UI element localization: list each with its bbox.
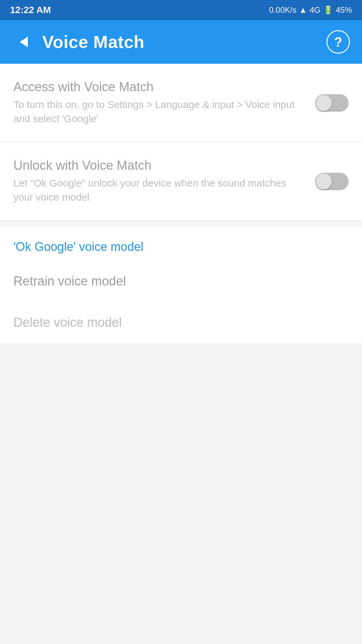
unlock-voice-match-text: Unlock with Voice Match Let "Ok Google" …: [13, 158, 315, 204]
access-voice-match-text: Access with Voice Match To turn this on,…: [13, 80, 315, 126]
voice-model-header: 'Ok Google' voice model: [0, 226, 362, 261]
unlock-toggle-track[interactable]: [315, 173, 349, 190]
access-voice-match-title: Access with Voice Match: [13, 80, 302, 94]
delete-voice-model-item[interactable]: Delete voice model: [0, 302, 362, 343]
voice-model-header-text: 'Ok Google' voice model: [13, 240, 143, 254]
status-time: 12:22 AM: [10, 5, 51, 15]
access-voice-match-desc: To turn this on, go to Settings > Langua…: [13, 98, 302, 126]
network-speed: 0.00K/s: [269, 5, 296, 15]
content: Access with Voice Match To turn this on,…: [0, 64, 362, 343]
status-bar: 12:22 AM 0.00K/s ▲ 4G 🔋 45%: [0, 0, 362, 20]
back-button[interactable]: [12, 30, 36, 54]
access-voice-match-item: Access with Voice Match To turn this on,…: [0, 64, 362, 142]
data-type: 4G: [310, 5, 320, 15]
section-divider: [0, 220, 362, 221]
retrain-voice-model-label: Retrain voice model: [13, 274, 126, 288]
unlock-toggle-knob: [316, 173, 332, 190]
retrain-voice-model-item[interactable]: Retrain voice model: [0, 261, 362, 302]
unlock-voice-match-desc: Let "Ok Google" unlock your device when …: [13, 176, 302, 204]
voice-model-section: 'Ok Google' voice model Retrain voice mo…: [0, 226, 362, 343]
battery-icon: 🔋: [323, 5, 333, 15]
access-toggle-knob: [316, 95, 332, 111]
unlock-voice-match-item: Unlock with Voice Match Let "Ok Google" …: [0, 142, 362, 220]
access-voice-match-toggle[interactable]: [315, 94, 349, 112]
app-bar: Voice Match ?: [0, 20, 362, 64]
page-title: Voice Match: [42, 32, 326, 52]
settings-section: Access with Voice Match To turn this on,…: [0, 64, 362, 220]
access-toggle-track[interactable]: [315, 94, 349, 112]
unlock-voice-match-title: Unlock with Voice Match: [13, 158, 302, 173]
delete-voice-model-label: Delete voice model: [13, 315, 122, 329]
question-mark-icon: ?: [334, 35, 342, 49]
back-arrow-icon: [20, 37, 28, 47]
status-indicators: 0.00K/s ▲ 4G 🔋 45%: [269, 5, 352, 15]
help-button[interactable]: ?: [326, 30, 350, 54]
battery-level: 45%: [336, 5, 352, 15]
unlock-voice-match-toggle[interactable]: [315, 173, 349, 190]
signal-icon: ▲: [299, 5, 307, 15]
